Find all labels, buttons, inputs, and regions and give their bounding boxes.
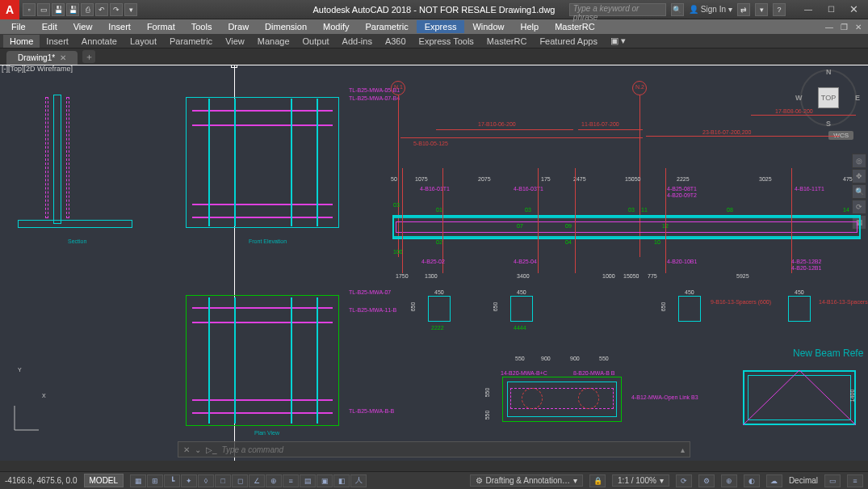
ribbon-tab-a360[interactable]: A360 xyxy=(379,35,413,48)
help-search-input[interactable]: Type a keyword or phrase xyxy=(569,3,666,16)
menu-format[interactable]: Format xyxy=(139,20,183,33)
qat-save-icon[interactable]: 💾 xyxy=(52,3,65,16)
viewcube-n[interactable]: N xyxy=(826,68,832,76)
menu-view[interactable]: View xyxy=(65,20,101,33)
ribbon-tab-addins[interactable]: Add-ins xyxy=(336,35,379,48)
ribbon-tab-parametric[interactable]: Parametric xyxy=(163,35,219,48)
menu-masterrc[interactable]: MasterRC xyxy=(547,20,603,33)
cmd-expand-icon[interactable]: ▴ xyxy=(681,445,685,454)
bar-01: 4-B16-01T1 xyxy=(420,186,450,192)
status-qp-icon[interactable]: ▣ xyxy=(317,474,333,487)
menu-window[interactable]: Window xyxy=(464,20,512,33)
status-polar-icon[interactable]: ✦ xyxy=(181,474,197,487)
status-clean-icon[interactable]: ▭ xyxy=(824,474,841,487)
tab-close-icon[interactable]: ✕ xyxy=(60,53,66,62)
ribbon-tab-home[interactable]: Home xyxy=(3,35,40,48)
status-monitor-icon[interactable]: ⊕ xyxy=(721,474,737,487)
ribbon-tab-featured[interactable]: Featured Apps xyxy=(533,35,604,48)
ribbon-tab-view[interactable]: View xyxy=(219,35,251,48)
qat-open-icon[interactable]: ▭ xyxy=(37,3,50,16)
command-input[interactable] xyxy=(222,445,676,454)
nav-zoom-icon[interactable]: 🔍 xyxy=(852,184,866,199)
units-label[interactable]: Decimal xyxy=(789,476,818,485)
menu-express[interactable]: Express xyxy=(417,20,465,33)
menu-edit[interactable]: Edit xyxy=(34,20,65,33)
nav-orbit-icon[interactable]: ⟳ xyxy=(852,200,866,214)
qat-plot-icon[interactable]: ⎙ xyxy=(81,3,94,16)
model-button[interactable]: MODEL xyxy=(84,474,124,487)
status-3dosnap-icon[interactable]: ◻ xyxy=(232,474,248,487)
fe-m3 xyxy=(192,204,333,205)
status-isodraft-icon[interactable]: ◊ xyxy=(198,474,214,487)
pv-m2 xyxy=(192,322,333,323)
qat-undo-icon[interactable]: ↶ xyxy=(95,3,108,16)
command-line[interactable]: ✕ ⌄ ▷_ ▴ xyxy=(178,441,690,457)
ribbon-tab-annotate[interactable]: Annotate xyxy=(75,35,124,48)
status-lwt-icon[interactable]: ≡ xyxy=(283,474,299,487)
status-grid-icon[interactable]: ▦ xyxy=(130,474,146,487)
menu-modify[interactable]: Modify xyxy=(315,20,357,33)
status-ortho-icon[interactable]: ┗ xyxy=(164,474,180,487)
ribbon-tab-output[interactable]: Output xyxy=(296,35,336,48)
qat-dropdown-icon[interactable]: ▾ xyxy=(124,3,137,16)
status-otrack-icon[interactable]: ∠ xyxy=(249,474,265,487)
doc-tab-drawing1[interactable]: Drawing1*✕ xyxy=(6,51,78,65)
menu-tools[interactable]: Tools xyxy=(183,20,220,33)
viewcube-s[interactable]: S xyxy=(826,120,831,128)
doc-minimize-button[interactable]: — xyxy=(823,21,836,32)
status-osnap-icon[interactable]: □ xyxy=(215,474,231,487)
viewcube[interactable]: TOP N E S W xyxy=(800,70,857,126)
ribbon-tab-layout[interactable]: Layout xyxy=(124,35,163,48)
menu-parametric[interactable]: Parametric xyxy=(357,20,416,33)
scale-combo[interactable]: 1:1 / 100%▾ xyxy=(612,474,669,487)
exchange-icon[interactable]: ⇄ xyxy=(737,3,750,16)
qat-saveas-icon[interactable]: 💾 xyxy=(66,3,79,16)
cmd-close-icon[interactable]: ✕ xyxy=(183,445,190,454)
new-tab-button[interactable]: ＋ xyxy=(82,50,95,63)
rd4 xyxy=(646,136,840,137)
status-snap-icon[interactable]: ⊞ xyxy=(147,474,163,487)
search-icon[interactable]: 🔍 xyxy=(671,3,684,16)
status-ann-icon[interactable]: 人 xyxy=(350,474,367,487)
nav-wheel-icon[interactable]: ◎ xyxy=(852,154,866,168)
status-custom-icon[interactable]: ≡ xyxy=(847,474,863,487)
qat-redo-icon[interactable]: ↷ xyxy=(110,3,123,16)
help-icon[interactable]: ? xyxy=(773,3,786,16)
ribbon-tab-manage[interactable]: Manage xyxy=(251,35,296,48)
coordinates[interactable]: -4166.8, 4675.6, 0.0 xyxy=(5,476,78,485)
viewport-label[interactable]: [-][Top][2D Wireframe] xyxy=(2,65,73,73)
status-dyn-icon[interactable]: ⊕ xyxy=(266,474,282,487)
viewcube-top[interactable]: TOP xyxy=(818,87,839,108)
signin-button[interactable]: 👤Sign In▾ xyxy=(689,5,732,14)
ribbon-tab-expresstools[interactable]: Express Tools xyxy=(413,35,480,48)
doc-restore-button[interactable]: ❐ xyxy=(837,21,850,32)
maximize-button[interactable]: ☐ xyxy=(820,2,842,18)
app-logo-icon[interactable]: A xyxy=(0,0,19,19)
status-hw-icon[interactable]: ◐ xyxy=(744,474,760,487)
status-annoscale-icon[interactable]: ⟳ xyxy=(676,474,692,487)
ribbon-tab-insert[interactable]: Insert xyxy=(40,35,75,48)
qat-new-icon[interactable]: ▫ xyxy=(23,3,36,16)
menu-file[interactable]: File xyxy=(3,20,34,33)
cmd-recent-icon[interactable]: ⌄ xyxy=(195,445,201,454)
ribbon-tab-masterrc[interactable]: MasterRC xyxy=(480,35,534,48)
workspace-combo[interactable]: ⚙Drafting & Annotation…▾ xyxy=(470,474,584,487)
nav-pan-icon[interactable]: ✥ xyxy=(852,169,866,183)
status-ws-icon[interactable]: ⚙ xyxy=(698,474,715,487)
status-tpy-icon[interactable]: ▤ xyxy=(300,474,316,487)
close-button[interactable]: ✕ xyxy=(842,2,865,18)
doc-close-button[interactable]: ✕ xyxy=(852,21,865,32)
stayconnected-icon[interactable]: ▾ xyxy=(755,3,768,16)
menu-dimension[interactable]: Dimension xyxy=(257,20,315,33)
viewcube-e[interactable]: E xyxy=(855,94,860,102)
menu-help[interactable]: Help xyxy=(513,20,547,33)
status-sc-icon[interactable]: ◧ xyxy=(333,474,350,487)
viewcube-w[interactable]: W xyxy=(795,94,803,102)
menu-insert[interactable]: Insert xyxy=(100,20,139,33)
status-iso-icon[interactable]: ☁ xyxy=(766,474,782,487)
drawing-canvas[interactable]: [-][Top][2D Wireframe] TOP N E S W WCS ◎… xyxy=(0,65,868,461)
minimize-button[interactable]: — xyxy=(797,2,820,18)
menu-draw[interactable]: Draw xyxy=(220,20,257,33)
ribbon-tab-focus-icon[interactable]: ▣ ▾ xyxy=(604,34,632,48)
status-lock-icon[interactable]: 🔒 xyxy=(589,474,606,487)
